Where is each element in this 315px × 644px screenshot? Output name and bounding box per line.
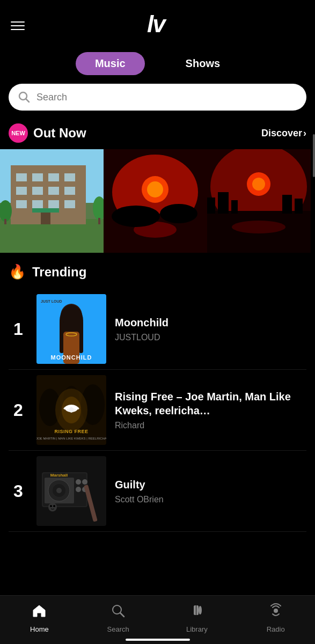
svg-rect-13 [48,187,59,195]
svg-point-79 [82,479,87,485]
search-icon [18,91,30,103]
svg-point-77 [56,488,62,493]
svg-rect-41 [207,197,215,214]
svg-rect-24 [98,218,100,224]
out-now-header: NEW Out Now Discover › [0,119,315,149]
trending-header: 🔥 Trending [9,264,306,280]
discover-link[interactable]: Discover › [261,128,306,139]
svg-point-85 [50,505,52,507]
album-card-sunset1[interactable] [104,149,207,253]
track-rank-2: 2 [9,400,28,420]
discover-arrow-icon: › [303,128,306,139]
sunset1-art [104,149,207,253]
track-name-3: Guilty [115,478,306,492]
nav-label-home: Home [30,625,49,633]
tab-music[interactable]: Music [76,52,145,75]
svg-rect-16 [32,200,43,208]
svg-text:Marshall: Marshall [50,473,68,478]
nav-item-library[interactable]: Library [175,603,218,633]
svg-text:JOE MARTIN | MAN LIKE KWEKS | : JOE MARTIN | MAN LIKE KWEKS | REELRICHA [36,437,106,440]
sunset2-art [207,149,311,253]
out-now-title: Out Now [33,126,86,141]
nav-label-search: Search [107,625,129,633]
search-input[interactable] [36,92,297,103]
svg-point-32 [112,206,160,227]
album-scroll [0,149,315,253]
svg-rect-14 [64,187,75,195]
track-art-guilty: Marshall [36,456,106,526]
svg-point-86 [53,505,55,507]
nav-label-radio: Radio [267,625,285,633]
svg-point-29 [147,181,163,197]
nav-item-home[interactable]: Home [18,603,61,633]
album-card-building[interactable] [0,149,104,253]
track-item[interactable]: 2 RISING FREE JOE MARTIN | M [9,370,306,451]
track-item[interactable]: 1 JUST LOUD MOONCHILD [9,289,306,370]
svg-rect-18 [64,200,75,208]
svg-text:lv: lv [147,11,167,36]
svg-rect-43 [231,200,238,214]
svg-point-68 [69,407,74,413]
svg-point-89 [199,606,202,614]
discover-label: Discover [261,128,302,139]
new-badge: NEW [9,123,28,143]
track-info-1: Moonchild JUSTLOUD [115,316,306,342]
track-art-moonchild: JUST LOUD MOONCHILD [36,294,106,364]
svg-rect-17 [48,200,59,208]
track-item[interactable]: 3 Marshall [9,451,306,532]
svg-rect-12 [32,187,43,195]
svg-rect-52 [60,321,64,353]
svg-rect-15 [16,200,27,208]
track-info-2: Rising Free – Joe Martin, Man Like Kweks… [115,390,306,430]
radio-icon [268,603,283,622]
nav-item-search[interactable]: Search [97,603,140,633]
svg-point-33 [160,204,197,223]
track-art-rising-free: RISING FREE JOE MARTIN | MAN LIKE KWEKS … [36,375,106,445]
trending-title: Trending [32,265,86,280]
svg-point-78 [76,479,81,485]
scrollbar[interactable] [313,134,315,177]
svg-text:RISING FREE: RISING FREE [54,429,88,434]
search-nav-icon [111,603,126,622]
svg-rect-45 [295,199,303,214]
home-indicator [126,639,190,641]
svg-rect-20 [32,208,59,213]
track-artist-3: Scott OBrien [115,495,306,504]
svg-rect-22 [4,219,6,224]
search-bar-container [0,84,315,119]
header: lv [0,0,315,47]
tab-shows[interactable]: Shows [166,52,239,75]
svg-rect-19 [41,211,50,224]
library-icon [189,603,204,622]
track-artist-2: Richard [115,421,306,430]
main-tabs: Music Shows [0,47,315,84]
svg-text:JUST LOUD: JUST LOUD [41,299,62,303]
search-bar[interactable] [9,84,306,111]
track-name-1: Moonchild [115,316,306,330]
app-logo: lv [144,10,171,41]
svg-rect-44 [282,195,292,214]
svg-rect-11 [16,187,27,195]
track-rank-1: 1 [9,319,28,339]
out-now-title-group: NEW Out Now [9,123,86,143]
svg-rect-53 [79,321,83,353]
svg-rect-8 [32,173,43,181]
trending-section: 🔥 Trending 1 JUST LOUD [0,253,315,532]
svg-line-2 [26,99,30,103]
svg-rect-7 [16,173,27,181]
svg-point-90 [274,609,278,613]
bottom-nav: Home Search Library [0,595,315,644]
building-art [0,149,104,253]
nav-item-radio[interactable]: Radio [254,603,297,633]
home-icon [32,603,47,622]
album-card-sunset2[interactable] [207,149,311,253]
track-name-2: Rising Free – Joe Martin, Man Like Kweks… [115,390,306,418]
menu-button[interactable] [11,21,25,30]
nav-label-library: Library [186,625,208,633]
svg-point-47 [232,221,285,233]
svg-line-88 [120,613,124,617]
track-rank-3: 3 [9,481,28,501]
fire-icon: 🔥 [9,264,26,280]
svg-point-84 [48,503,57,511]
svg-rect-42 [218,192,229,214]
